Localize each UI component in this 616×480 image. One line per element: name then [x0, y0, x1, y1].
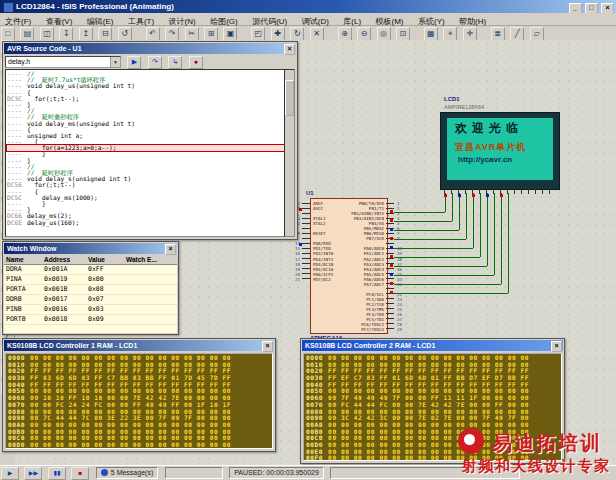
memory-address: 00A0	[8, 421, 25, 428]
memory1-title: KS0108B LCD Controller 1 RAM - LCD1	[7, 342, 137, 349]
watch-name: DDRB	[4, 295, 44, 304]
zoom-in-icon[interactable]: ⊕	[338, 27, 352, 41]
copy-icon[interactable]: ⊞	[204, 27, 218, 41]
logic-state-marker	[444, 194, 447, 197]
paste-icon[interactable]: ▣	[223, 27, 237, 41]
watch-window-title: Watch Window	[7, 245, 56, 252]
import-icon[interactable]: ↧	[59, 27, 73, 41]
watch-col-name[interactable]: Name	[4, 255, 44, 264]
breakpoint-button[interactable]: ●	[189, 56, 203, 69]
wire	[480, 193, 481, 257]
watch-name: DDRA	[4, 265, 44, 274]
watch-col-address[interactable]: Address	[44, 255, 88, 264]
watch-row[interactable]: PINB0x00160x03	[4, 305, 177, 315]
cursor-icon[interactable]: ✛	[463, 27, 477, 41]
pick-device-icon[interactable]: ≣	[491, 27, 505, 41]
cut-icon[interactable]: ✂	[185, 27, 199, 41]
block-move-icon[interactable]: ✚	[271, 27, 285, 41]
chip-right-pin-names: PB0/T0/XCK PB1/T1 PB2/AIN0/INT2 PB3/AIN1…	[338, 201, 384, 332]
source-window-titlebar[interactable]: AVR Source Code - U1 ×	[4, 43, 296, 54]
new-sheet-icon[interactable]: ▱	[530, 27, 544, 41]
watch-row[interactable]: PINA0x00190x00	[4, 275, 177, 285]
memory-address: 00D0	[8, 441, 25, 448]
memory1-titlebar[interactable]: KS0108B LCD Controller 1 RAM - LCD1 ×	[4, 340, 274, 351]
refresh-icon[interactable]: ↺	[118, 27, 132, 41]
step-over-button[interactable]: ↷	[148, 56, 162, 69]
message-icon	[101, 469, 108, 476]
zoom-area-icon[interactable]: ⊡	[396, 27, 410, 41]
logic-state-marker	[390, 264, 393, 267]
memory-address: 00F0	[306, 454, 323, 461]
scrollbar-thumb[interactable]	[285, 80, 294, 116]
open-folder-icon[interactable]: ▤	[20, 27, 34, 41]
print-icon[interactable]: ⊟	[98, 27, 112, 41]
watch-address: 0x0017	[44, 295, 88, 304]
watch-col-value[interactable]: Value	[88, 255, 126, 264]
watch-row[interactable]: PORTB0x00180x09	[4, 315, 177, 325]
source-window-close-icon[interactable]: ×	[284, 44, 295, 55]
watch-address: 0x001B	[44, 285, 88, 294]
wire	[394, 221, 452, 222]
step-button[interactable]: ▶▶	[24, 467, 42, 480]
watch-row[interactable]: DDRA0x001A0xFF	[4, 265, 177, 275]
lcd-text-line1: 欢迎光临	[455, 120, 523, 137]
autoroute-icon[interactable]: ╱	[510, 27, 524, 41]
zoom-all-icon[interactable]: ◎	[377, 27, 391, 41]
code-area[interactable]: ----// ----// 延时7.7us*t循环程序 ----void del…	[5, 69, 286, 237]
app-icon	[3, 2, 14, 13]
watch-row[interactable]: PORTA0x001B0x08	[4, 285, 177, 295]
zoom-out-icon[interactable]: ⊖	[357, 27, 371, 41]
watch-window-titlebar[interactable]: Watch Window ×	[4, 243, 177, 254]
watch-value: 0x08	[88, 285, 126, 294]
wire	[394, 266, 487, 267]
watermark-logo	[458, 428, 484, 454]
app-window: LCD12864 - ISIS Professional (Animating)…	[0, 0, 616, 480]
watch-name: PORTA	[4, 285, 44, 294]
lcd-screen: 欢迎光临 宜昌AVR单片机 http://ycavr.cn	[447, 118, 553, 180]
redo-icon[interactable]: ↷	[165, 27, 179, 41]
undo-icon[interactable]: ↶	[146, 27, 160, 41]
block-copy-icon[interactable]: ◰	[251, 27, 265, 41]
memory2-close-icon[interactable]: ×	[551, 341, 562, 352]
code-scrollbar[interactable]	[284, 69, 295, 237]
watch-value: 0x09	[88, 315, 126, 324]
grid-toggle-icon[interactable]: ▦	[424, 27, 438, 41]
step-into-button[interactable]: ↳	[168, 56, 182, 69]
export-icon[interactable]: ↥	[79, 27, 93, 41]
code-text: for(;t;t--);	[27, 95, 79, 102]
origin-icon[interactable]: ⌖	[443, 27, 457, 41]
lcd-display[interactable]: 欢迎光临 宜昌AVR单片机 http://ycavr.cn	[440, 112, 560, 190]
source-file-name: delay.h	[8, 58, 30, 65]
wire	[466, 193, 467, 239]
memory2-titlebar[interactable]: KS0108B LCD Controller 2 RAM - LCD1 ×	[302, 340, 563, 351]
new-file-icon[interactable]: □	[1, 27, 15, 41]
lcd-text-line2: 宜昌AVR单片机	[455, 141, 526, 154]
stop-button[interactable]: ■	[71, 467, 89, 480]
wire	[508, 193, 509, 293]
run-button[interactable]: ▶	[127, 56, 141, 69]
watch-window-close-icon[interactable]: ×	[165, 244, 176, 255]
memory-address: 0070	[8, 401, 25, 408]
wire	[501, 193, 502, 284]
memory1-close-icon[interactable]: ×	[262, 341, 273, 352]
watch-col-expr[interactable]: Watch E...	[126, 255, 157, 264]
title-bar[interactable]: LCD12864 - ISIS Professional (Animating)…	[0, 0, 616, 13]
block-delete-icon[interactable]: ✕	[310, 27, 324, 41]
status-spacer-panel	[165, 467, 223, 479]
source-file-selector[interactable]: delay.h▼	[5, 56, 121, 68]
message-panel[interactable]: 5 Message(s)	[96, 467, 158, 479]
menu-bar: 文件(F) 查看(V) 编辑(E) 工具(T) 设计(N) 绘图(G) 源代码(…	[0, 13, 616, 26]
logic-state-marker	[390, 291, 393, 294]
chevron-down-icon: ▼	[110, 57, 120, 67]
top-toolbar: □ ▤ ◫ ↧ ↥ ⊟ ↺ ↶ ↷ ✂ ⊞ ▣ ◰ ✚ ↻ ✕ ⊕ ⊖ ◎ ⊡ …	[0, 26, 616, 41]
chip-right-pin-numbers: 1 2 3 4 5 6 7 8 40 39 38 37 36 35 34 33 …	[397, 201, 402, 332]
wire	[394, 248, 473, 249]
pause-button[interactable]: ▮▮	[48, 467, 66, 480]
wire	[394, 239, 466, 240]
code-text: void delay_ms(unsigned int t)	[27, 120, 135, 127]
watch-row[interactable]: DDRB0x00170x07	[4, 295, 177, 305]
memory-address: 0030	[306, 374, 323, 381]
save-icon[interactable]: ◫	[40, 27, 54, 41]
block-rotate-icon[interactable]: ↻	[290, 27, 304, 41]
play-button[interactable]: ▶	[1, 467, 19, 480]
